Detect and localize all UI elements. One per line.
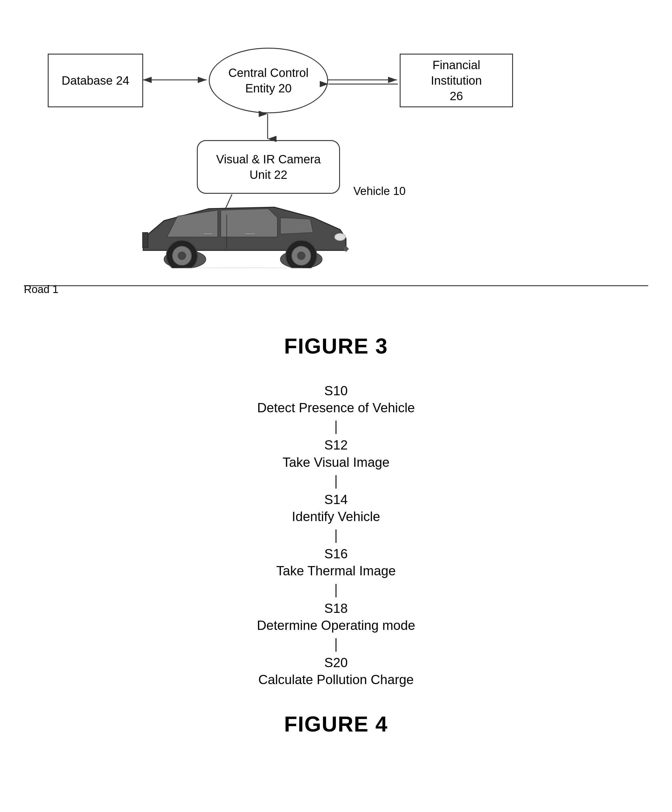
svg-point-23 — [140, 267, 343, 268]
step-s18-id: S18 — [257, 600, 415, 617]
central-label: Central Control Entity 20 — [228, 65, 308, 96]
flowchart-step-s16: S16 Take Thermal Image — [276, 545, 395, 579]
connector-5: | — [334, 637, 338, 651]
step-s12-label: Take Visual Image — [282, 454, 390, 471]
figure3-title: FIGURE 3 — [24, 334, 648, 358]
connector-4: | — [334, 582, 338, 597]
financial-label: Financial Institution 26 — [407, 57, 506, 104]
diagram-section: Database 24 Central Control Entity 20 Fi… — [24, 30, 648, 316]
step-s14-label: Identify Vehicle — [292, 508, 380, 525]
camera-label: Visual & IR Camera Unit 22 — [216, 152, 321, 183]
step-s10-label: Detect Presence of Vehicle — [257, 399, 415, 416]
step-s20-label: Calculate Pollution Charge — [258, 671, 414, 688]
svg-rect-19 — [143, 232, 148, 247]
svg-point-14 — [178, 252, 186, 260]
step-s20-id: S20 — [258, 654, 414, 671]
vehicle-image — [125, 191, 364, 268]
figure4-title: FIGURE 4 — [24, 712, 648, 736]
step-s18-label: Determine Operating mode — [257, 617, 415, 634]
step-s16-label: Take Thermal Image — [276, 562, 395, 579]
step-s16-id: S16 — [276, 545, 395, 562]
connector-3: | — [334, 528, 338, 542]
flowchart-step-s18: S18 Determine Operating mode — [257, 600, 415, 634]
flowchart-step-s20: S20 Calculate Pollution Charge — [258, 654, 414, 688]
step-s14-id: S14 — [292, 491, 380, 508]
road-label: Road 1 — [24, 283, 58, 296]
financial-institution-node: Financial Institution 26 — [400, 54, 513, 107]
central-control-node: Central Control Entity 20 — [209, 48, 328, 113]
flowchart-step-s12: S12 Take Visual Image — [282, 437, 390, 471]
flowchart: S10 Detect Presence of Vehicle | S12 Tak… — [24, 382, 648, 688]
database-label: Database 24 — [62, 73, 130, 88]
flowchart-step-s14: S14 Identify Vehicle — [292, 491, 380, 525]
road-line — [24, 285, 648, 286]
vehicle-area: Vehicle 10 — [125, 179, 424, 268]
svg-rect-21 — [245, 232, 255, 235]
database-node: Database 24 — [48, 54, 143, 107]
page: Database 24 Central Control Entity 20 Fi… — [0, 0, 672, 812]
step-s10-id: S10 — [257, 382, 415, 399]
step-s12-id: S12 — [282, 437, 390, 454]
svg-point-17 — [297, 252, 305, 260]
connector-1: | — [334, 419, 338, 433]
flowchart-step-s10: S10 Detect Presence of Vehicle — [257, 382, 415, 416]
svg-point-18 — [335, 234, 345, 241]
svg-rect-22 — [203, 232, 213, 235]
connector-2: | — [334, 474, 338, 488]
